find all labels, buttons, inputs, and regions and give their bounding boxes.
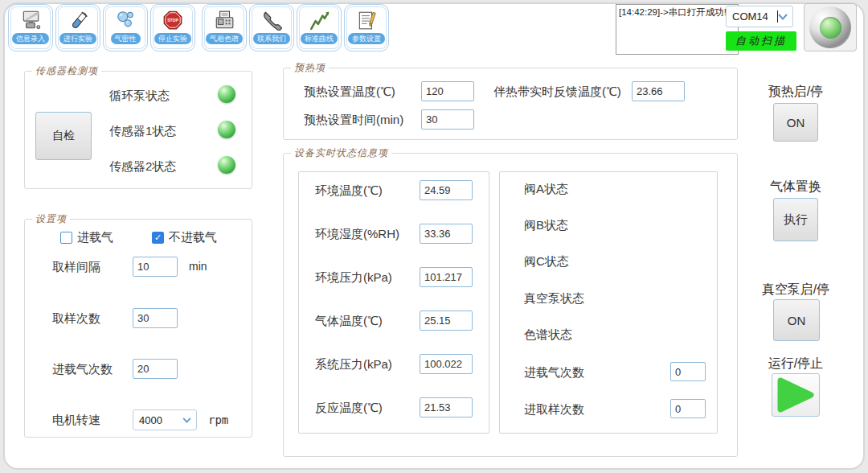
preheat-on-button[interactable]: ON [773, 103, 818, 142]
preheat-set-temp-input[interactable] [421, 81, 474, 101]
test-tube-icon [68, 8, 88, 32]
system-pressure-value[interactable] [420, 354, 473, 374]
self-check-button[interactable]: 自检 [35, 112, 92, 160]
sensor2-status-led [218, 156, 235, 174]
app-window: 信息录入 进行实验 气密性 STOP 停止实验 气相色谱 联系我们 标准曲线 [0, 0, 868, 473]
ambient-temp-value[interactable] [420, 180, 473, 200]
toolbar-button-airtightness[interactable]: 气密性 [103, 4, 148, 51]
preheat-set-time-input[interactable] [421, 109, 474, 130]
indicator-ring [809, 6, 851, 48]
motor-speed-unit: rpm [208, 410, 228, 430]
gas-temp-value[interactable] [420, 311, 473, 331]
system-pressure-label: 系统压力(kPa) [315, 354, 392, 374]
motor-speed-label: 电机转速 [52, 409, 100, 430]
preheat-toggle-label: 预热启/停 [743, 84, 848, 101]
settings-panel: 设置项 进载气 ✓ 不进载气 取样间隔 min 取样次数 进载气次数 电机转速 … [24, 219, 252, 438]
toolbar-button-label: 标准曲线 [301, 33, 338, 44]
stop-icon: STOP [162, 8, 183, 32]
heat-trace-feedback-label: 伴热带实时反馈温度(℃) [493, 81, 621, 101]
preheat-set-temp-label: 预热设置温度(℃) [304, 81, 395, 101]
toolbar-button-label: 气相色谱 [206, 33, 243, 44]
computer-icon [20, 8, 41, 32]
vacuum-on-button[interactable]: ON [773, 299, 820, 341]
indicator-green-core [820, 17, 841, 39]
device-status-panel: 设备实时状态信息项 环境温度(℃) 环境湿度(%RH) 环境压力(kPa) 气体… [283, 153, 738, 457]
toolbar-button-parameter-settings[interactable]: 参数设置 [344, 4, 389, 51]
run-play-button[interactable] [772, 373, 820, 417]
panel-title: 设备实时状态信息项 [291, 146, 391, 160]
com-port-select[interactable]: COM14 [726, 6, 793, 27]
no-carrier-gas-checkbox[interactable]: ✓ 不进载气 [152, 229, 217, 245]
auto-scan-button[interactable]: 自动扫描 [726, 31, 796, 51]
gas-exchange-label: 气体置换 [743, 179, 848, 195]
carrier-gas-count-input[interactable] [133, 359, 178, 379]
vacuum-pump-status-label: 真空泵状态 [524, 288, 584, 308]
toolbar-button-label: 参数设置 [348, 33, 385, 44]
heat-trace-feedback-input[interactable] [632, 81, 685, 101]
phone-icon [261, 8, 282, 32]
ambient-temp-label: 环境温度(℃) [315, 180, 383, 200]
sensor1-status-led [218, 121, 235, 138]
ambient-pressure-value[interactable] [420, 267, 473, 287]
panel-title: 传感器检测项 [32, 64, 101, 78]
serial-log: [14:42:29]->串口打开成功! [616, 4, 739, 55]
gas-exchange-execute-button[interactable]: 执行 [773, 198, 818, 241]
panel-title: 设置项 [32, 212, 70, 226]
chevron-down-icon [182, 417, 191, 423]
valve-a-status-label: 阀A状态 [524, 179, 568, 199]
svg-text:STOP: STOP [167, 18, 178, 23]
carrier-count-status-label: 进载气次数 [524, 362, 584, 382]
motor-speed-select[interactable]: 4000 [133, 409, 197, 430]
gas-temp-label: 气体温度(℃) [315, 311, 383, 331]
sensor2-status-label: 传感器2状态 [109, 156, 176, 176]
ambient-pressure-label: 环境压力(kPa) [315, 267, 392, 287]
preheat-panel: 预热项 预热设置温度(℃) 伴热带实时反馈温度(℃) 预热设置时间(min) [283, 68, 738, 140]
carrier-gas-count-label: 进载气次数 [52, 359, 113, 379]
valve-b-status-label: 阀B状态 [524, 215, 568, 235]
toolbar-button-label: 信息录入 [12, 33, 49, 44]
motor-speed-value: 4000 [133, 414, 182, 426]
chevron-down-icon [778, 14, 788, 20]
sample-count-status-label: 进取样次数 [524, 399, 584, 419]
play-icon [775, 376, 817, 413]
valve-status-box: 阀A状态 阀B状态 阀C状态 真空泵状态 色谱状态 进载气次数 进取样次数 [499, 171, 718, 434]
toolbar-button-standard-curve[interactable]: 标准曲线 [297, 4, 342, 51]
ambient-humidity-value[interactable] [420, 224, 473, 244]
toolbar-button-label: 停止实验 [154, 33, 191, 44]
toolbar-button-label: 气密性 [111, 33, 141, 44]
carrier-gas-checkbox[interactable]: 进载气 [60, 229, 113, 245]
sensor1-status-label: 传感器1状态 [109, 121, 176, 141]
pump-status-led [218, 85, 235, 103]
toolbar-button-info-entry[interactable]: 信息录入 [8, 4, 53, 51]
toolbar-button-contact-us[interactable]: 联系我们 [249, 4, 294, 51]
sampling-count-input[interactable] [133, 308, 178, 328]
document-icon [356, 8, 377, 32]
toolbar-button-run-experiment[interactable]: 进行实验 [55, 4, 100, 51]
bubbles-icon [115, 8, 136, 32]
com-port-value: COM14 [727, 10, 776, 23]
curve-icon [309, 8, 330, 32]
checkbox-unchecked [60, 232, 72, 244]
reaction-temp-value[interactable] [420, 397, 473, 417]
carrier-count-status-value[interactable] [670, 362, 706, 381]
toolbar-button-label: 联系我们 [253, 33, 290, 44]
toolbar-button-gas-chromatograph[interactable]: 气相色谱 [202, 4, 247, 51]
run-stop-label: 运行/停止 [743, 356, 848, 372]
ambient-humidity-label: 环境湿度(%RH) [315, 224, 399, 244]
reaction-temp-label: 反应温度(℃) [315, 397, 383, 417]
sampling-count-label: 取样次数 [52, 308, 100, 328]
valve-c-status-label: 阀C状态 [524, 251, 569, 271]
panel-title: 预热项 [291, 61, 329, 75]
sensor-detection-panel: 传感器检测项 自检 循环泵状态 传感器1状态 传感器2状态 [24, 71, 252, 189]
preheat-set-time-label: 预热设置时间(min) [304, 109, 403, 130]
sampling-interval-label: 取样间隔 [52, 257, 100, 277]
checkbox-checked: ✓ [152, 232, 164, 244]
environment-readings-box: 环境温度(℃) 环境湿度(%RH) 环境压力(kPa) 气体温度(℃) 系统压力… [298, 171, 489, 434]
chromatograph-status-label: 色谱状态 [524, 324, 572, 344]
toolbar-button-label: 进行实验 [59, 33, 96, 44]
toolbar-button-stop-experiment[interactable]: STOP 停止实验 [150, 4, 195, 51]
connection-indicator-light [804, 3, 857, 51]
sampling-interval-input[interactable] [133, 257, 178, 277]
checkbox-label: 不进载气 [169, 230, 217, 245]
sample-count-status-value[interactable] [670, 399, 706, 418]
